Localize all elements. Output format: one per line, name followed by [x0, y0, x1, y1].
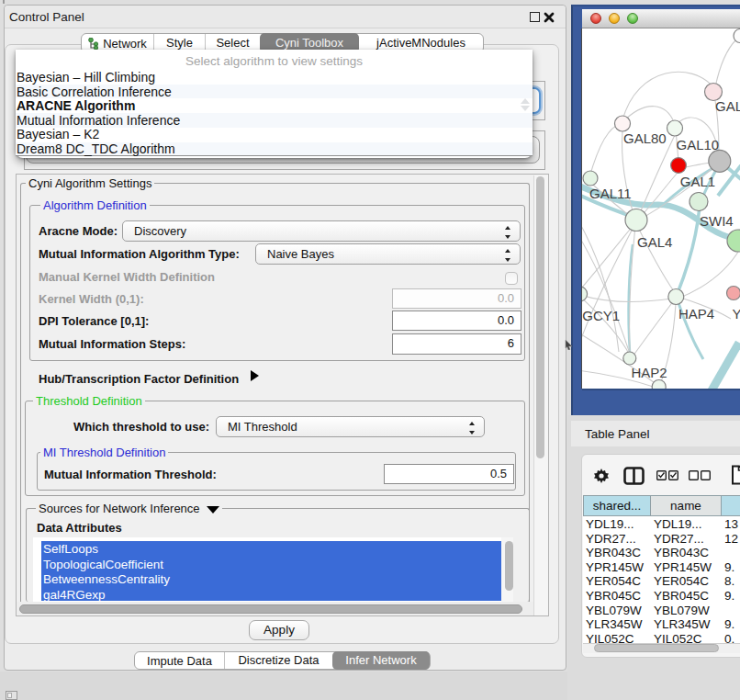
svg-text:GAL80: GAL80: [623, 130, 667, 146]
svg-text:GAL7: GAL7: [715, 98, 740, 114]
svg-text:HAP4: HAP4: [678, 306, 714, 322]
svg-text:GAL4: GAL4: [637, 234, 672, 250]
svg-text:GAL11: GAL11: [589, 186, 632, 201]
svg-text:GAL1: GAL1: [680, 174, 715, 189]
svg-text:GCY1: GCY1: [582, 308, 620, 323]
svg-text:Y: Y: [733, 306, 740, 322]
svg-text:SWI4: SWI4: [700, 213, 734, 229]
svg-text:HAP2: HAP2: [631, 365, 667, 380]
svg-text:GAL10: GAL10: [677, 137, 720, 152]
